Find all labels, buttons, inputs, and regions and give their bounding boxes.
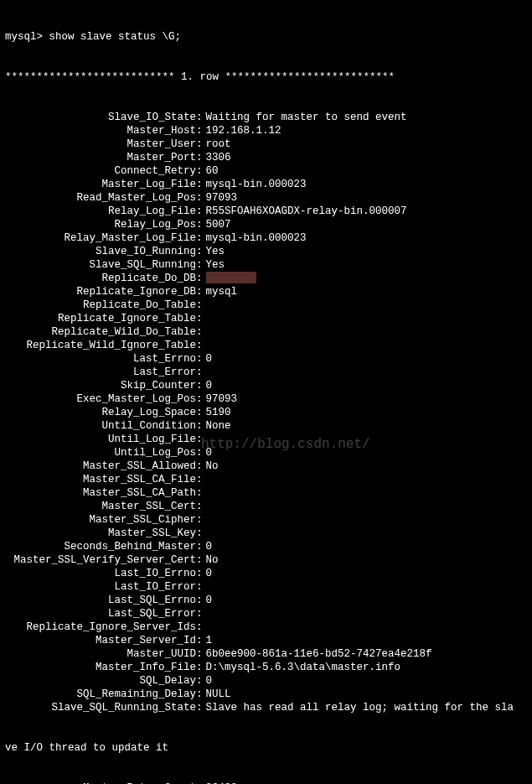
field-value bbox=[203, 620, 206, 634]
field-label: Master_Port bbox=[5, 151, 196, 164]
status-row: Connect_Retry:60 bbox=[5, 164, 527, 178]
colon: : bbox=[196, 205, 203, 218]
field-label: Until_Condition bbox=[5, 419, 196, 433]
field-value: R55SFOAH6XOAGDX-relay-bin.000007 bbox=[203, 205, 407, 218]
colon: : bbox=[196, 124, 203, 138]
field-value: NULL bbox=[203, 688, 231, 701]
colon: : bbox=[196, 191, 203, 205]
field-label: Slave_SQL_Running_State bbox=[5, 701, 196, 714]
status-row: Slave_SQL_Running_State:Slave has read a… bbox=[5, 701, 527, 714]
field-label: Replicate_Wild_Do_Table bbox=[5, 325, 196, 339]
status-row: Master_Info_File:D:\mysql-5.6.3\data\mas… bbox=[5, 661, 527, 674]
field-label: Replicate_Ignore_Server_Ids bbox=[5, 620, 196, 634]
colon: : bbox=[196, 446, 203, 459]
status-row: Relay_Log_Pos:5007 bbox=[5, 218, 527, 231]
field-label: Master_Log_File bbox=[5, 178, 196, 191]
status-row: Replicate_Ignore_Table: bbox=[5, 312, 527, 325]
status-row: Last_Error: bbox=[5, 366, 527, 379]
colon: : bbox=[196, 634, 203, 647]
field-label: Slave_IO_Running bbox=[5, 245, 196, 258]
field-label: Replicate_Do_Table bbox=[5, 299, 196, 312]
field-value: mysql bbox=[203, 285, 238, 299]
colon: : bbox=[196, 540, 203, 553]
field-label: Last_Error bbox=[5, 366, 196, 379]
status-row: Master_SSL_Key: bbox=[5, 527, 527, 540]
status-row: Master_Port:3306 bbox=[5, 151, 527, 164]
field-label: Master_UUID bbox=[5, 647, 196, 661]
colon: : bbox=[196, 701, 203, 714]
field-label: Master_SSL_CA_File bbox=[5, 473, 196, 486]
field-value bbox=[203, 607, 206, 620]
field-label: Seconds_Behind_Master bbox=[5, 540, 196, 553]
terminal-output: mysql> show slave status \G; ***********… bbox=[0, 0, 532, 784]
field-value bbox=[203, 366, 206, 379]
field-value: 0 bbox=[203, 674, 213, 688]
field-value bbox=[203, 299, 206, 312]
colon: : bbox=[196, 339, 203, 352]
field-value: 0 bbox=[203, 594, 213, 607]
field-label: Exec_Master_Log_Pos bbox=[5, 392, 196, 406]
field-value bbox=[203, 473, 206, 486]
status-row: Master_SSL_Cert: bbox=[5, 500, 527, 513]
field-value: root bbox=[203, 138, 231, 151]
colon: : bbox=[196, 111, 203, 124]
field-label: Until_Log_Pos bbox=[5, 446, 196, 459]
colon: : bbox=[196, 527, 203, 540]
field-value: No bbox=[203, 459, 219, 473]
status-row: Slave_SQL_Running:Yes bbox=[5, 258, 527, 272]
status-row: Replicate_Ignore_DB:mysql bbox=[5, 285, 527, 299]
field-label: Replicate_Wild_Ignore_Table bbox=[5, 339, 196, 352]
field-label: Master_SSL_Cipher bbox=[5, 513, 196, 527]
status-row: Master_SSL_CA_Path: bbox=[5, 486, 527, 500]
status-row: Replicate_Wild_Ignore_Table: bbox=[5, 339, 527, 352]
colon: : bbox=[196, 352, 203, 366]
status-row: Until_Log_File: bbox=[5, 433, 527, 446]
field-value: 97093 bbox=[203, 392, 238, 406]
colon: : bbox=[196, 647, 203, 661]
colon: : bbox=[196, 567, 203, 580]
field-value: None bbox=[203, 419, 231, 433]
field-label: Slave_IO_State bbox=[5, 111, 196, 124]
status-row: Last_SQL_Errno:0 bbox=[5, 594, 527, 607]
colon: : bbox=[196, 151, 203, 164]
field-value: 0 bbox=[203, 379, 213, 392]
status-row: Last_IO_Errno:0 bbox=[5, 567, 527, 580]
colon: : bbox=[196, 218, 203, 231]
status-row: SQL_Remaining_Delay:NULL bbox=[5, 688, 527, 701]
field-value: 192.168.1.12 bbox=[203, 124, 281, 138]
colon: : bbox=[196, 366, 203, 379]
field-label: Connect_Retry bbox=[5, 164, 196, 178]
status-row: Replicate_Do_Table: bbox=[5, 299, 527, 312]
field-value bbox=[203, 500, 206, 513]
colon: : bbox=[196, 231, 203, 245]
field-label: Replicate_Do_DB bbox=[5, 272, 196, 285]
field-label: Master_SSL_CA_Path bbox=[5, 486, 196, 500]
field-label: Read_Master_Log_Pos bbox=[5, 191, 196, 205]
field-label: Master_Info_File bbox=[5, 661, 196, 674]
colon: : bbox=[196, 620, 203, 634]
field-value: 60 bbox=[203, 164, 219, 178]
status-row: Slave_IO_Running:Yes bbox=[5, 245, 527, 258]
status-row: Master_SSL_Allowed:No bbox=[5, 459, 527, 473]
status-row: Exec_Master_Log_Pos:97093 bbox=[5, 392, 527, 406]
command-prompt: mysql> show slave status \G; bbox=[5, 30, 527, 44]
field-value bbox=[203, 433, 206, 446]
field-label: Skip_Counter bbox=[5, 379, 196, 392]
colon: : bbox=[196, 272, 203, 285]
field-label: Last_SQL_Errno bbox=[5, 594, 196, 607]
field-label: Last_SQL_Error bbox=[5, 607, 196, 620]
status-row: Master_Host:192.168.1.12 bbox=[5, 124, 527, 138]
status-row: Master_SSL_CA_File: bbox=[5, 473, 527, 486]
status-row: Skip_Counter:0 bbox=[5, 379, 527, 392]
field-value: 1 bbox=[203, 634, 213, 647]
colon: : bbox=[196, 245, 203, 258]
field-label: Replicate_Ignore_DB bbox=[5, 285, 196, 299]
colon: : bbox=[196, 580, 203, 594]
colon: : bbox=[196, 138, 203, 151]
colon: : bbox=[196, 433, 203, 446]
field-value: 0 bbox=[203, 352, 213, 366]
colon: : bbox=[196, 299, 203, 312]
colon: : bbox=[196, 473, 203, 486]
status-rows: Slave_IO_State:Waiting for master to sen… bbox=[5, 111, 527, 714]
field-value: 97093 bbox=[203, 191, 238, 205]
